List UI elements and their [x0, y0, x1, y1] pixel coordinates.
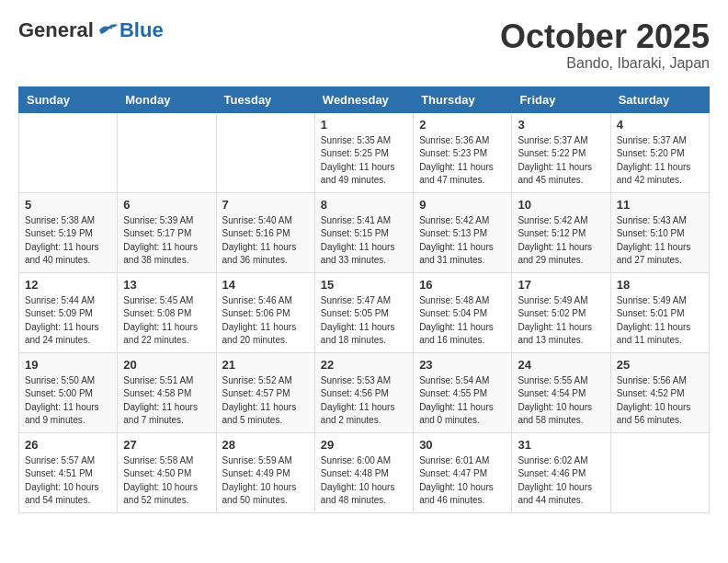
calendar-cell: 29Sunrise: 6:00 AM Sunset: 4:48 PM Dayli…	[314, 432, 413, 512]
calendar-week-row: 19Sunrise: 5:50 AM Sunset: 5:00 PM Dayli…	[19, 352, 710, 432]
calendar-cell: 6Sunrise: 5:39 AM Sunset: 5:17 PM Daylig…	[118, 192, 216, 272]
calendar-cell: 13Sunrise: 5:45 AM Sunset: 5:08 PM Dayli…	[118, 272, 216, 352]
calendar-week-row: 26Sunrise: 5:57 AM Sunset: 4:51 PM Dayli…	[19, 432, 710, 512]
day-info: Sunrise: 6:02 AM Sunset: 4:46 PM Dayligh…	[518, 454, 604, 508]
day-info: Sunrise: 5:42 AM Sunset: 5:13 PM Dayligh…	[419, 214, 506, 268]
day-number: 19	[25, 358, 111, 372]
calendar-cell: 22Sunrise: 5:53 AM Sunset: 4:56 PM Dayli…	[314, 352, 413, 432]
day-number: 13	[123, 278, 210, 292]
day-number: 23	[419, 358, 506, 372]
calendar-cell: 31Sunrise: 6:02 AM Sunset: 4:46 PM Dayli…	[512, 432, 610, 512]
logo-general-text: General	[18, 18, 94, 42]
day-info: Sunrise: 5:49 AM Sunset: 5:02 PM Dayligh…	[518, 294, 604, 348]
calendar-cell	[610, 432, 709, 512]
day-number: 25	[617, 358, 703, 372]
title-section: October 2025 Bando, Ibaraki, Japan	[500, 18, 710, 72]
calendar-cell: 26Sunrise: 5:57 AM Sunset: 4:51 PM Dayli…	[19, 432, 118, 512]
calendar-cell: 10Sunrise: 5:42 AM Sunset: 5:12 PM Dayli…	[512, 192, 610, 272]
day-info: Sunrise: 5:54 AM Sunset: 4:55 PM Dayligh…	[419, 374, 506, 428]
day-number: 7	[222, 198, 309, 212]
column-header-monday: Monday	[118, 86, 216, 112]
day-number: 26	[25, 438, 111, 452]
day-info: Sunrise: 5:57 AM Sunset: 4:51 PM Dayligh…	[25, 454, 111, 508]
calendar-header-row: SundayMondayTuesdayWednesdayThursdayFrid…	[19, 86, 710, 112]
calendar-cell: 30Sunrise: 6:01 AM Sunset: 4:47 PM Dayli…	[414, 432, 512, 512]
day-number: 24	[518, 358, 604, 372]
day-info: Sunrise: 5:52 AM Sunset: 4:57 PM Dayligh…	[222, 374, 309, 428]
day-info: Sunrise: 5:38 AM Sunset: 5:19 PM Dayligh…	[25, 214, 111, 268]
day-info: Sunrise: 6:00 AM Sunset: 4:48 PM Dayligh…	[321, 454, 407, 508]
day-number: 5	[25, 198, 111, 212]
calendar-cell: 19Sunrise: 5:50 AM Sunset: 5:00 PM Dayli…	[19, 352, 118, 432]
calendar-cell	[216, 112, 314, 192]
day-number: 20	[123, 358, 210, 372]
column-header-wednesday: Wednesday	[314, 86, 413, 112]
day-info: Sunrise: 5:47 AM Sunset: 5:05 PM Dayligh…	[321, 294, 407, 348]
day-number: 27	[123, 438, 210, 452]
column-header-saturday: Saturday	[610, 86, 709, 112]
month-title: October 2025	[500, 18, 710, 55]
logo: General Blue	[18, 18, 164, 42]
day-info: Sunrise: 5:43 AM Sunset: 5:10 PM Dayligh…	[617, 214, 703, 268]
calendar-cell: 24Sunrise: 5:55 AM Sunset: 4:54 PM Dayli…	[512, 352, 610, 432]
calendar-cell: 23Sunrise: 5:54 AM Sunset: 4:55 PM Dayli…	[414, 352, 512, 432]
day-number: 28	[222, 438, 309, 452]
day-info: Sunrise: 5:55 AM Sunset: 4:54 PM Dayligh…	[518, 374, 604, 428]
day-info: Sunrise: 6:01 AM Sunset: 4:47 PM Dayligh…	[419, 454, 506, 508]
column-header-thursday: Thursday	[414, 86, 512, 112]
calendar-cell: 4Sunrise: 5:37 AM Sunset: 5:20 PM Daylig…	[610, 112, 709, 192]
day-number: 30	[419, 438, 506, 452]
day-info: Sunrise: 5:41 AM Sunset: 5:15 PM Dayligh…	[321, 214, 407, 268]
calendar-cell	[19, 112, 118, 192]
day-number: 31	[518, 438, 604, 452]
day-info: Sunrise: 5:40 AM Sunset: 5:16 PM Dayligh…	[222, 214, 309, 268]
day-info: Sunrise: 5:42 AM Sunset: 5:12 PM Dayligh…	[518, 214, 604, 268]
calendar-cell: 11Sunrise: 5:43 AM Sunset: 5:10 PM Dayli…	[610, 192, 709, 272]
calendar-cell: 12Sunrise: 5:44 AM Sunset: 5:09 PM Dayli…	[19, 272, 118, 352]
page-header: General Blue October 2025 Bando, Ibaraki…	[18, 18, 710, 72]
day-info: Sunrise: 5:44 AM Sunset: 5:09 PM Dayligh…	[25, 294, 111, 348]
column-header-tuesday: Tuesday	[216, 86, 314, 112]
day-info: Sunrise: 5:53 AM Sunset: 4:56 PM Dayligh…	[321, 374, 407, 428]
calendar-cell: 9Sunrise: 5:42 AM Sunset: 5:13 PM Daylig…	[414, 192, 512, 272]
calendar-week-row: 12Sunrise: 5:44 AM Sunset: 5:09 PM Dayli…	[19, 272, 710, 352]
logo-blue-text: Blue	[119, 18, 164, 42]
calendar-cell: 16Sunrise: 5:48 AM Sunset: 5:04 PM Dayli…	[414, 272, 512, 352]
day-number: 4	[617, 118, 703, 132]
calendar-cell	[118, 112, 216, 192]
day-info: Sunrise: 5:37 AM Sunset: 5:20 PM Dayligh…	[617, 134, 703, 188]
day-number: 6	[123, 198, 210, 212]
location-subtitle: Bando, Ibaraki, Japan	[500, 55, 710, 72]
day-number: 2	[419, 118, 506, 132]
day-number: 8	[321, 198, 407, 212]
calendar-cell: 14Sunrise: 5:46 AM Sunset: 5:06 PM Dayli…	[216, 272, 314, 352]
day-number: 3	[518, 118, 604, 132]
day-info: Sunrise: 5:51 AM Sunset: 4:58 PM Dayligh…	[123, 374, 210, 428]
day-number: 18	[617, 278, 703, 292]
calendar-cell: 8Sunrise: 5:41 AM Sunset: 5:15 PM Daylig…	[314, 192, 413, 272]
day-info: Sunrise: 5:59 AM Sunset: 4:49 PM Dayligh…	[222, 454, 309, 508]
calendar-cell: 3Sunrise: 5:37 AM Sunset: 5:22 PM Daylig…	[512, 112, 610, 192]
day-number: 22	[321, 358, 407, 372]
day-number: 14	[222, 278, 309, 292]
calendar-week-row: 5Sunrise: 5:38 AM Sunset: 5:19 PM Daylig…	[19, 192, 710, 272]
calendar-cell: 25Sunrise: 5:56 AM Sunset: 4:52 PM Dayli…	[610, 352, 709, 432]
day-number: 11	[617, 198, 703, 212]
day-number: 16	[419, 278, 506, 292]
calendar-cell: 21Sunrise: 5:52 AM Sunset: 4:57 PM Dayli…	[216, 352, 314, 432]
day-info: Sunrise: 5:39 AM Sunset: 5:17 PM Dayligh…	[123, 214, 210, 268]
day-number: 15	[321, 278, 407, 292]
calendar-cell: 27Sunrise: 5:58 AM Sunset: 4:50 PM Dayli…	[118, 432, 216, 512]
day-info: Sunrise: 5:35 AM Sunset: 5:25 PM Dayligh…	[321, 134, 407, 188]
calendar-cell: 5Sunrise: 5:38 AM Sunset: 5:19 PM Daylig…	[19, 192, 118, 272]
column-header-friday: Friday	[512, 86, 610, 112]
day-info: Sunrise: 5:49 AM Sunset: 5:01 PM Dayligh…	[617, 294, 703, 348]
calendar-cell: 7Sunrise: 5:40 AM Sunset: 5:16 PM Daylig…	[216, 192, 314, 272]
day-info: Sunrise: 5:36 AM Sunset: 5:23 PM Dayligh…	[419, 134, 506, 188]
day-info: Sunrise: 5:37 AM Sunset: 5:22 PM Dayligh…	[518, 134, 604, 188]
calendar-cell: 28Sunrise: 5:59 AM Sunset: 4:49 PM Dayli…	[216, 432, 314, 512]
calendar-week-row: 1Sunrise: 5:35 AM Sunset: 5:25 PM Daylig…	[19, 112, 710, 192]
calendar-cell: 20Sunrise: 5:51 AM Sunset: 4:58 PM Dayli…	[118, 352, 216, 432]
column-header-sunday: Sunday	[19, 86, 118, 112]
calendar-cell: 18Sunrise: 5:49 AM Sunset: 5:01 PM Dayli…	[610, 272, 709, 352]
